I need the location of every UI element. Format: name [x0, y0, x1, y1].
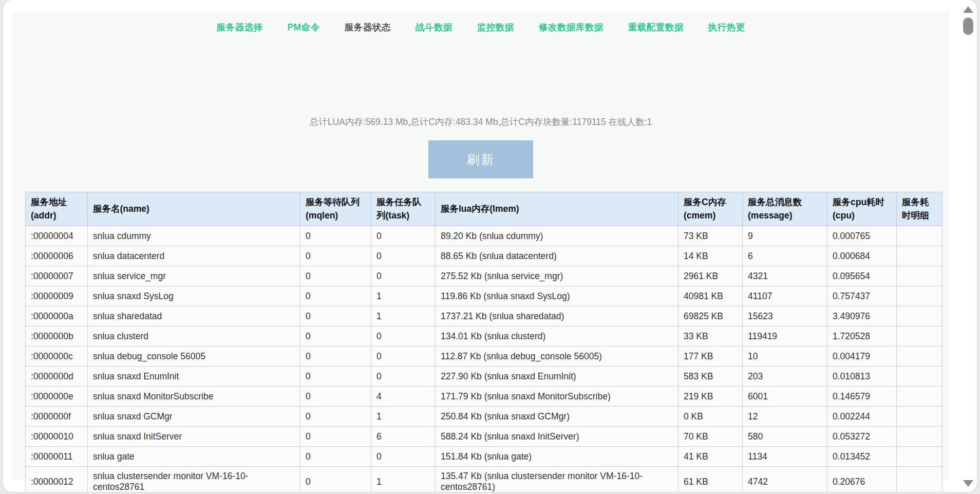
table-cell: 227.90 Kb (snlua snaxd EnumInit)	[436, 367, 679, 387]
table-cell: 112.87 Kb (snlua debug_console 56005)	[436, 346, 679, 367]
table-cell: 2961 KB	[679, 266, 743, 286]
table-cell: :00000006	[26, 246, 88, 266]
table-cell: 580	[743, 427, 827, 447]
nav-item-pm-command[interactable]: PM命令	[287, 21, 319, 33]
table-cell: 1	[371, 407, 436, 427]
table-row: :00000010snlua snaxd InitServer06588.24 …	[26, 427, 943, 447]
scroll-down-icon[interactable]	[963, 480, 973, 487]
table-row: :00000007snlua service_mgr00275.52 Kb (s…	[26, 266, 943, 286]
table-cell: snlua clustersender monitor VM-16-10-cen…	[88, 467, 300, 492]
memory-summary-text: 总计LUA内存:569.13 Mb,总计C内存:483.34 Mb,总计C内存块…	[12, 116, 949, 128]
table-cell: 588.24 Kb (snlua snaxd InitServer)	[436, 427, 679, 447]
table-cell: 0	[300, 387, 371, 407]
scrollbar-thumb[interactable]	[963, 17, 973, 35]
table-cell: snlua snaxd GCMgr	[88, 407, 300, 427]
nav-item-server-status[interactable]: 服务器状态	[345, 21, 391, 33]
column-header: 服务地址(addr)	[26, 192, 88, 226]
table-cell: 0.000765	[827, 226, 897, 246]
table-cell: :0000000f	[26, 407, 88, 427]
nav-item-reload-config[interactable]: 重载配置数据	[628, 21, 684, 33]
table-cell: 41107	[743, 286, 827, 306]
table-row: :0000000asnlua sharedatad011737.21 Kb (s…	[26, 306, 943, 326]
table-cell: 0	[300, 326, 371, 346]
table-cell: 275.52 Kb (snlua service_mgr)	[436, 266, 679, 286]
table-cell: 1	[371, 467, 436, 492]
refresh-button[interactable]: 刷新	[428, 140, 533, 178]
scrollbar[interactable]	[962, 2, 975, 490]
table-cell: 9	[743, 226, 827, 246]
column-header: 服务任务队列(task)	[371, 192, 436, 226]
table-cell: snlua gate	[88, 447, 300, 467]
top-nav: 服务器选择 PM命令 服务器状态 战斗数据 监控数据 修改数据库数据 重载配置数…	[12, 11, 949, 33]
table-cell: snlua datacenterd	[88, 246, 300, 266]
table-cell: 61 KB	[679, 467, 743, 492]
table-cell: 0	[300, 367, 371, 387]
table-cell	[897, 286, 943, 306]
service-status-table: 服务地址(addr)服务名(name)服务等待队列(mqlen)服务任务队列(t…	[25, 192, 943, 492]
nav-item-monitor-data[interactable]: 监控数据	[477, 21, 514, 33]
table-cell: 1	[371, 306, 436, 326]
table-cell: :00000011	[26, 447, 88, 467]
table-cell	[897, 427, 943, 447]
table-cell: snlua snaxd MonitorSubscribe	[88, 387, 300, 407]
nav-item-hot-update[interactable]: 执行热更	[708, 21, 745, 33]
table-cell: 0	[300, 467, 371, 492]
nav-item-modify-db-data[interactable]: 修改数据库数据	[539, 21, 604, 33]
table-cell: 0	[371, 326, 436, 346]
table-cell: 0.013452	[827, 447, 897, 467]
table-cell: snlua sharedatad	[88, 306, 300, 326]
table-cell	[897, 367, 943, 387]
table-row: :0000000esnlua snaxd MonitorSubscribe041…	[26, 387, 943, 407]
table-cell: 89.20 Kb (snlua cdummy)	[436, 226, 679, 246]
nav-item-battle-data[interactable]: 战斗数据	[416, 21, 453, 33]
table-cell: 0 KB	[679, 407, 743, 427]
page-card: 服务器选择 PM命令 服务器状态 战斗数据 监控数据 修改数据库数据 重载配置数…	[3, 0, 977, 492]
table-cell: snlua snaxd SysLog	[88, 286, 300, 306]
table-cell: 0	[300, 266, 371, 286]
table-row: :00000012snlua clustersender monitor VM-…	[26, 467, 943, 492]
table-cell: :0000000b	[26, 326, 88, 346]
table-cell: snlua snaxd InitServer	[88, 427, 300, 447]
table-cell: 0.757437	[827, 286, 897, 306]
table-cell: 12	[743, 407, 827, 427]
main-content: 服务器选择 PM命令 服务器状态 战斗数据 监控数据 修改数据库数据 重载配置数…	[12, 11, 949, 480]
column-header: 服务等待队列(mqlen)	[300, 192, 371, 226]
service-table-container: 服务地址(addr)服务名(name)服务等待队列(mqlen)服务任务队列(t…	[25, 192, 942, 492]
table-cell: :00000004	[26, 226, 88, 246]
table-cell: 171.79 Kb (snlua snaxd MonitorSubscribe)	[436, 387, 679, 407]
table-row: :0000000fsnlua snaxd GCMgr01250.84 Kb (s…	[26, 407, 943, 427]
table-cell: 1.720528	[827, 326, 897, 346]
table-cell: 0	[300, 447, 371, 467]
table-cell: snlua debug_console 56005	[88, 346, 300, 367]
table-header-row: 服务地址(addr)服务名(name)服务等待队列(mqlen)服务任务队列(t…	[26, 192, 943, 226]
table-cell: 0	[371, 367, 436, 387]
column-header: 服务cpu耗时(cpu)	[827, 192, 897, 226]
table-cell: 0	[371, 346, 436, 367]
table-cell: 0.002244	[827, 407, 897, 427]
table-cell: 177 KB	[679, 346, 743, 367]
table-cell: :0000000c	[26, 346, 88, 367]
nav-item-server-select[interactable]: 服务器选择	[216, 21, 262, 33]
table-cell: 3.490976	[827, 306, 897, 326]
table-row: :0000000dsnlua snaxd EnumInit00227.90 Kb…	[26, 367, 943, 387]
table-cell: 73 KB	[679, 226, 743, 246]
table-cell: 0.095654	[827, 266, 897, 286]
scroll-up-icon[interactable]	[963, 6, 973, 13]
column-header: 服务lua内存(lmem)	[436, 192, 679, 226]
table-cell: 6001	[743, 387, 827, 407]
table-row: :00000011snlua gate00151.84 Kb (snlua ga…	[26, 447, 943, 467]
table-cell: 0	[371, 226, 436, 246]
table-cell: 0.000684	[827, 246, 897, 266]
table-row: :0000000csnlua debug_console 5600500112.…	[26, 346, 943, 367]
table-cell: 1134	[743, 447, 827, 467]
table-cell	[897, 407, 943, 427]
table-cell: :00000009	[26, 286, 88, 306]
table-cell: 0	[300, 246, 371, 266]
table-body: :00000004snlua cdummy0089.20 Kb (snlua c…	[26, 226, 943, 492]
table-cell: 119419	[743, 326, 827, 346]
column-header: 服务总消息数(message)	[743, 192, 827, 226]
table-cell: 0	[371, 266, 436, 286]
table-cell: 40981 KB	[679, 286, 743, 306]
table-cell	[897, 346, 943, 367]
table-cell: 0.20676	[827, 467, 897, 492]
